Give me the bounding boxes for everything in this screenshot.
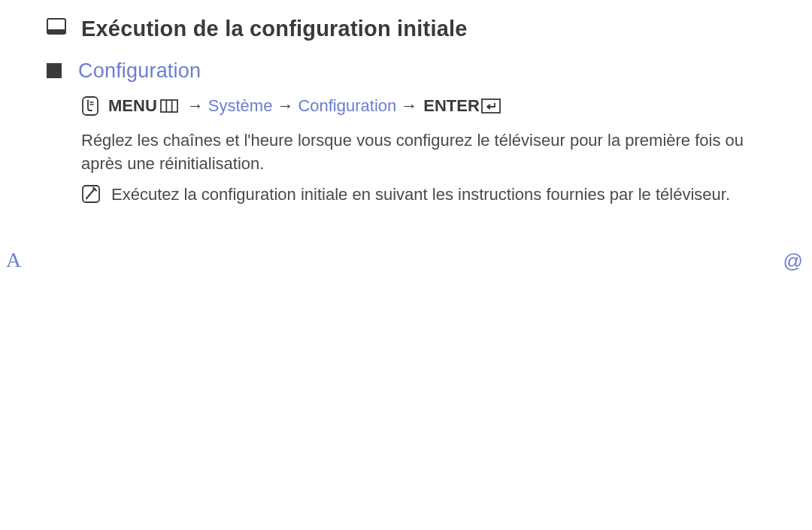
menu-grid-icon xyxy=(160,99,178,113)
enter-label: ENTER xyxy=(423,93,480,118)
menu-path: MENU → Système → Configuration → ENTER xyxy=(81,93,782,118)
section-row: Configuration xyxy=(47,59,782,84)
svg-rect-1 xyxy=(47,29,65,34)
path-config: Configuration xyxy=(298,93,396,118)
note-row: Exécutez la configuration initiale en su… xyxy=(81,183,782,207)
side-marker-a: A xyxy=(6,248,21,272)
side-marker-at: @ xyxy=(783,250,803,273)
svg-rect-7 xyxy=(482,99,500,113)
svg-rect-2 xyxy=(83,97,98,115)
square-bullet-icon xyxy=(47,63,63,78)
menu-label: MENU xyxy=(108,93,157,118)
enter-icon xyxy=(481,98,501,114)
note-icon xyxy=(81,184,104,207)
arrow-3: → xyxy=(401,93,417,118)
svg-point-3 xyxy=(87,99,89,101)
svg-rect-4 xyxy=(161,100,177,112)
page-title: Exécution de la configuration initiale xyxy=(81,15,468,42)
section-heading: Configuration xyxy=(78,59,201,84)
arrow-1: → xyxy=(187,93,204,118)
title-row: Exécution de la configuration initiale xyxy=(47,15,782,42)
note-text: Exécutez la configuration initiale en su… xyxy=(111,183,730,206)
arrow-2: → xyxy=(277,93,293,118)
remote-icon xyxy=(81,95,99,117)
path-system: Système xyxy=(208,93,273,118)
body-paragraph: Réglez les chaînes et l'heure lorsque vo… xyxy=(81,129,782,175)
folder-bullet-icon xyxy=(47,18,66,35)
